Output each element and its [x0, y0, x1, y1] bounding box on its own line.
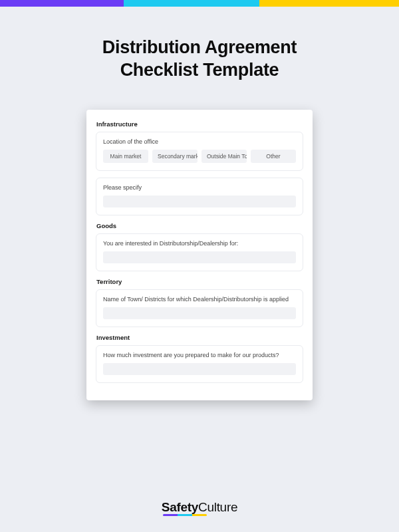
form-card: Infrastructure Location of the office Ma… [86, 110, 313, 400]
option-other[interactable]: Other [251, 150, 296, 163]
brand-first: Safety [162, 500, 198, 514]
title-line-2: Checklist Template [120, 60, 279, 80]
footer: SafetyCulture [0, 500, 399, 515]
group-investment: How much investment are you prepared to … [96, 345, 303, 383]
label-goods: You are interested in Distributorship/De… [103, 240, 296, 247]
accent-purple [0, 0, 124, 7]
input-specify[interactable] [103, 196, 296, 207]
group-specify: Please specify [96, 178, 303, 215]
option-outside-main-town[interactable]: Outside Main Tow [201, 150, 247, 163]
label-location: Location of the office [103, 138, 296, 145]
label-investment: How much investment are you prepared to … [103, 352, 296, 358]
section-heading-goods: Goods [96, 222, 303, 229]
group-goods: You are interested in Distributorship/De… [96, 233, 303, 271]
brand-logo: SafetyCulture [162, 500, 237, 515]
top-accent-bar [0, 0, 399, 7]
accent-cyan [124, 0, 259, 7]
page-title: Distribution Agreement Checklist Templat… [0, 37, 399, 82]
brand-second: Culture [198, 500, 237, 514]
input-investment[interactable] [103, 363, 296, 375]
accent-yellow [259, 0, 399, 7]
section-heading-infrastructure: Infrastructure [96, 120, 303, 128]
section-heading-territory: Territory [96, 278, 303, 285]
group-territory: Name of Town/ Districts for which Dealer… [96, 289, 303, 327]
location-options: Main market Secondary market Outside Mai… [103, 150, 296, 163]
label-territory: Name of Town/ Districts for which Dealer… [103, 296, 296, 303]
input-territory[interactable] [103, 307, 296, 319]
title-line-1: Distribution Agreement [102, 37, 297, 57]
group-location: Location of the office Main market Secon… [96, 132, 303, 171]
input-goods[interactable] [103, 251, 296, 263]
label-specify: Please specify [103, 184, 296, 191]
option-secondary-market[interactable]: Secondary market [152, 150, 198, 163]
section-heading-investment: Investment [96, 334, 303, 341]
option-main-market[interactable]: Main market [103, 150, 148, 163]
